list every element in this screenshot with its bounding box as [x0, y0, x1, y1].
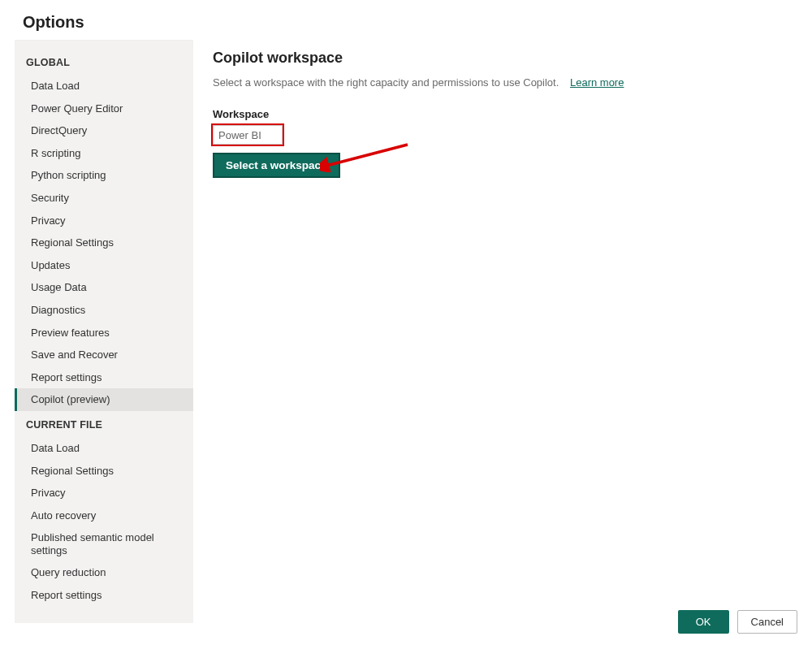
- dialog-footer: OK Cancel: [678, 610, 797, 634]
- sidebar-item-report-settings[interactable]: Report settings: [15, 366, 193, 389]
- main-heading: Copilot workspace: [213, 50, 802, 67]
- sidebar-item-cf-report-settings[interactable]: Report settings: [15, 584, 193, 607]
- sidebar-item-cf-data-load[interactable]: Data Load: [15, 437, 193, 460]
- sidebar-item-python-scripting[interactable]: Python scripting: [15, 164, 193, 187]
- cancel-button[interactable]: Cancel: [737, 610, 797, 634]
- learn-more-link[interactable]: Learn more: [570, 76, 624, 89]
- sidebar: GLOBAL Data Load Power Query Editor Dire…: [15, 40, 193, 623]
- main-description: Select a workspace with the right capaci…: [213, 76, 802, 89]
- sidebar-item-cf-auto-recovery[interactable]: Auto recovery: [15, 504, 193, 527]
- sidebar-item-cf-query-reduction[interactable]: Query reduction: [15, 561, 193, 584]
- sidebar-item-r-scripting[interactable]: R scripting: [15, 142, 193, 165]
- sidebar-item-regional-settings[interactable]: Regional Settings: [15, 232, 193, 254]
- sidebar-item-save-and-recover[interactable]: Save and Recover: [15, 344, 193, 366]
- sidebar-item-cf-published-semantic-model-settings[interactable]: Published semantic model settings: [15, 526, 193, 561]
- sidebar-item-power-query-editor[interactable]: Power Query Editor: [15, 97, 193, 120]
- sidebar-item-copilot-preview[interactable]: Copilot (preview): [15, 388, 193, 411]
- sidebar-item-diagnostics[interactable]: Diagnostics: [15, 299, 193, 322]
- sidebar-item-usage-data[interactable]: Usage Data: [15, 276, 193, 299]
- sidebar-item-directquery[interactable]: DirectQuery: [15, 119, 193, 142]
- workspace-input[interactable]: [213, 125, 283, 145]
- workspace-label: Workspace: [213, 108, 802, 120]
- sidebar-item-updates[interactable]: Updates: [15, 254, 193, 277]
- sidebar-item-privacy[interactable]: Privacy: [15, 210, 193, 232]
- ok-button[interactable]: OK: [678, 610, 729, 634]
- select-workspace-button[interactable]: Select a workspace: [213, 153, 340, 178]
- sidebar-item-security[interactable]: Security: [15, 187, 193, 210]
- sidebar-item-cf-regional-settings[interactable]: Regional Settings: [15, 460, 193, 483]
- sidebar-section-global: GLOBAL: [15, 49, 193, 75]
- sidebar-item-data-load[interactable]: Data Load: [15, 75, 193, 97]
- dialog-title: Options: [0, 0, 812, 40]
- main-description-text: Select a workspace with the right capaci…: [213, 76, 559, 89]
- main-panel: Copilot workspace Select a workspace wit…: [193, 40, 802, 623]
- sidebar-section-current-file: CURRENT FILE: [15, 411, 193, 437]
- sidebar-item-preview-features[interactable]: Preview features: [15, 322, 193, 344]
- sidebar-item-cf-privacy[interactable]: Privacy: [15, 482, 193, 504]
